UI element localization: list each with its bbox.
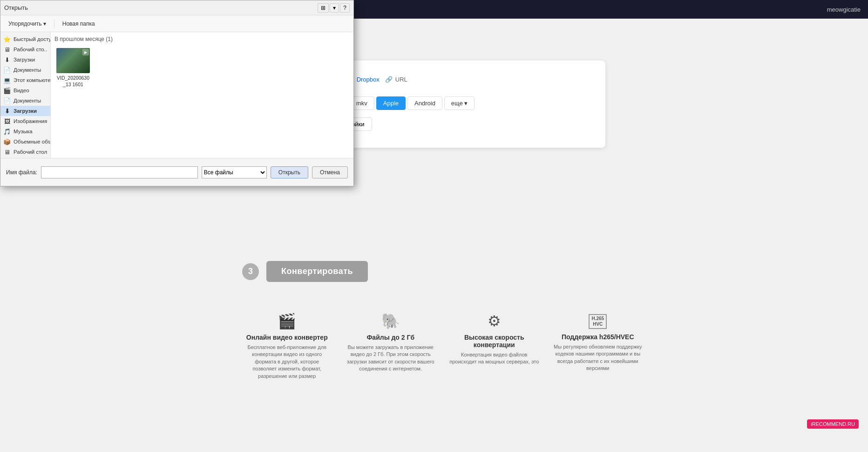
feature-h265-desc: Мы регулярно обновляем поддержку кодеков…: [553, 343, 643, 372]
sidebar-item-this-pc[interactable]: 💻 Этот компьютер: [0, 75, 50, 85]
sidebar-label-docs2: Документы: [14, 98, 41, 103]
music-icon: 🎵: [3, 128, 11, 135]
download-icon-1: ⬇: [3, 56, 11, 63]
dialog-bottombar: Имя файла: Все файлы Открыть Отмена: [0, 158, 353, 186]
sidebar-label-desktop2: Рабочий стол: [14, 149, 47, 155]
sidebar-label-images: Изображения: [14, 118, 47, 124]
dialog-body: ⭐ Быстрый доступ 🖥 Рабочий сто.. ⬇ Загру…: [0, 32, 353, 158]
month-header: В прошлом месяце (1): [54, 36, 350, 42]
sidebar-item-downloads-1[interactable]: ⬇ Загрузки: [0, 55, 50, 65]
sidebar-label-downloads1: Загрузки: [14, 57, 35, 62]
sidebar-item-music[interactable]: 🎵 Музыка: [0, 126, 50, 137]
step3-area: 3 Конвертировать: [233, 261, 605, 282]
month-header-text: В прошлом месяце (1): [54, 36, 113, 42]
video-converter-icon: 🎬: [242, 312, 332, 330]
cancel-button[interactable]: Отмена: [312, 166, 348, 178]
feature-video-title: Онлайн видео конвертер: [242, 334, 332, 341]
sidebar-item-3d-objects[interactable]: 📦 Объемные объ..: [0, 137, 50, 147]
sidebar-label-this-pc: Этот компьютер: [14, 77, 50, 83]
step3-number: 3: [242, 263, 259, 280]
filename-label: Имя файла:: [6, 169, 37, 176]
organize-button[interactable]: Упорядочить ▾: [4, 19, 50, 28]
speed-icon: ⚙: [449, 312, 539, 330]
star-icon: ⭐: [3, 35, 11, 43]
dialog-help-btn[interactable]: ?: [340, 3, 350, 13]
docs-icon-1: 📄: [3, 66, 11, 74]
convert-button[interactable]: Конвертировать: [266, 261, 368, 282]
dialog-toolbar: Упорядочить ▾ Новая папка: [0, 15, 353, 32]
sidebar-item-downloads-2[interactable]: ⬇ Загрузки: [0, 106, 50, 116]
view-toggle-btn[interactable]: ⊞: [318, 3, 329, 13]
format-tab-android[interactable]: Android: [407, 96, 442, 110]
open-button[interactable]: Открыть: [271, 166, 308, 178]
sidebar-item-documents-1[interactable]: 📄 Документы: [0, 65, 50, 75]
desktop2-icon: 🖥: [3, 148, 11, 156]
feature-video-converter: 🎬 Онлайн видео конвертер Бесплатное веб-…: [242, 312, 332, 380]
sidebar-item-video[interactable]: 🎬 Видео: [0, 85, 50, 96]
sidebar-label-downloads2: Загрузки: [14, 108, 37, 114]
sidebar-item-images[interactable]: 🖼 Изображения: [0, 116, 50, 126]
sidebar-label-music: Музыка: [14, 129, 33, 134]
dialog-files-area: В прошлом месяце (1) ▶ VID_20200630_13 1…: [51, 32, 353, 158]
features-section: 🎬 Онлайн видео конвертер Бесплатное веб-…: [233, 303, 652, 389]
dialog-title: Открыть: [4, 4, 314, 11]
feature-speed-title: Высокая скорость конвертации: [449, 334, 539, 349]
dialog-titlebar: Открыть ⊞ ▾ ?: [0, 0, 353, 15]
format-tab-more[interactable]: еще ▾: [444, 96, 475, 110]
toolbar-separator: [54, 19, 54, 28]
sidebar-item-desktop-1[interactable]: 🖥 Рабочий сто..: [0, 44, 50, 55]
feature-video-desc: Бесплатное веб-приложение для конвертаци…: [242, 344, 332, 380]
dialog-view-buttons: ⊞ ▾ ?: [318, 3, 350, 13]
file-thumbnail: ▶: [56, 48, 90, 73]
feature-speed: ⚙ Высокая скорость конвертации Конвертац…: [449, 312, 539, 380]
filetype-select[interactable]: Все файлы: [202, 166, 267, 178]
file-item-vid[interactable]: ▶ VID_20200630_13 1601: [54, 46, 92, 89]
h265-icon: H.265HVC: [553, 312, 643, 329]
docs-icon-2: 📄: [3, 97, 11, 104]
sidebar-label-video: Видео: [14, 88, 29, 93]
computer-icon: 💻: [3, 76, 11, 84]
filename-input[interactable]: [41, 166, 198, 178]
images-icon: 🖼: [3, 117, 11, 125]
irecommend-badge: iRECOMMEND.RU: [807, 419, 859, 429]
sidebar-label-desktop1: Рабочий сто..: [14, 47, 47, 52]
dialog-sidebar: ⭐ Быстрый доступ 🖥 Рабочий сто.. ⬇ Загру…: [0, 32, 51, 158]
sidebar-item-quick-access[interactable]: ⭐ Быстрый доступ: [0, 34, 50, 44]
file-name-label: VID_20200630_13 1601: [56, 75, 90, 88]
file-dialog: Открыть ⊞ ▾ ? Упорядочить ▾ Новая папка …: [0, 0, 354, 186]
view-dropdown-btn[interactable]: ▾: [330, 3, 339, 13]
sidebar-label-quick-access: Быстрый доступ: [14, 36, 50, 42]
feature-h265-title: Поддержка h265/HVEC: [553, 333, 643, 341]
format-tab-apple[interactable]: Apple: [376, 96, 406, 110]
feature-size-title: Файлы до 2 Гб: [346, 334, 436, 341]
feature-h265: H.265HVC Поддержка h265/HVEC Мы регулярн…: [553, 312, 643, 380]
download-icon-2: ⬇: [3, 107, 11, 115]
feature-file-size: 🐘 Файлы до 2 Гб Вы можете загружать в пр…: [346, 312, 436, 380]
sidebar-item-documents-2[interactable]: 📄 Документы: [0, 96, 50, 106]
desktop-icon: 🖥: [3, 46, 11, 53]
3d-icon: 📦: [3, 138, 11, 145]
sidebar-label-3d: Объемные объ..: [14, 139, 50, 144]
url-button[interactable]: 🔗 URL: [385, 76, 407, 83]
sidebar-item-desktop-2[interactable]: 🖥 Рабочий стол: [0, 147, 50, 157]
link-icon: 🔗: [385, 76, 393, 83]
feature-size-desc: Вы можете загружать в приложение видео д…: [346, 344, 436, 373]
feature-speed-desc: Конвертация видео файлов происходит на м…: [449, 351, 539, 366]
video-icon: 🎬: [3, 87, 11, 94]
new-folder-button[interactable]: Новая папка: [58, 19, 99, 28]
files-grid: ▶ VID_20200630_13 1601: [54, 46, 350, 89]
sidebar-label-docs1: Документы: [14, 67, 41, 73]
file-size-icon: 🐘: [346, 312, 436, 330]
topbar-username: meowgicatie: [827, 6, 861, 13]
